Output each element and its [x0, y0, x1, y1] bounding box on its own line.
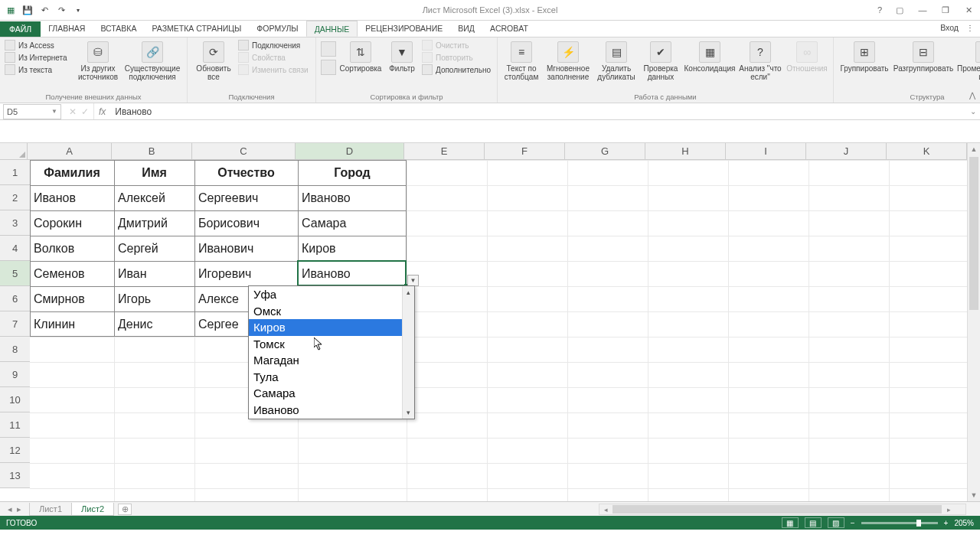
close-icon[interactable]: ✕ [957, 2, 980, 18]
vscroll-thumb[interactable] [969, 157, 978, 310]
cell-C4[interactable]: Иванович [194, 236, 298, 261]
row-header-2[interactable]: 2 [0, 185, 30, 210]
add-sheet-button[interactable]: ⊕ [118, 504, 132, 515]
help-icon[interactable]: ? [871, 2, 888, 18]
dropdown-item[interactable]: Омск [249, 303, 402, 320]
from-web-button[interactable]: Из Интернета [5, 52, 74, 63]
tab-вставка[interactable]: ВСТАВКА [93, 21, 144, 37]
flash-fill-button[interactable]: ⚡Мгновенное заполнение [544, 40, 593, 81]
connections-button[interactable]: Подключения [238, 40, 311, 51]
row-header-6[interactable]: 6 [0, 286, 30, 311]
ribbon-collapse-icon[interactable]: ⋀ [969, 91, 975, 99]
horizontal-scrollbar[interactable]: ◂ ▸ [599, 504, 966, 515]
cell-D5[interactable]: Иваново [298, 261, 407, 286]
data-validation-button[interactable]: ✔Проверка данных [640, 40, 681, 81]
sheet-tab-Лист1[interactable]: Лист1 [29, 503, 72, 516]
sheet-nav-next-icon[interactable]: ▸ [17, 504, 21, 514]
cells-area[interactable]: ФамилияИмяОтчествоГородИвановАлексейСерг… [30, 160, 967, 501]
dd-scroll-down-icon[interactable]: ▾ [403, 406, 414, 419]
cell-D3[interactable]: Самара [298, 210, 407, 236]
sort-button[interactable]: ⇅Сортировка [339, 40, 382, 73]
scroll-down-icon[interactable]: ▼ [968, 489, 980, 501]
cell-C2[interactable]: Сергеевич [194, 185, 298, 210]
ribbon-options-icon[interactable]: ▢ [888, 2, 911, 18]
tab-данные[interactable]: ДАННЫЕ [306, 21, 358, 37]
cell-D2[interactable]: Иваново [298, 185, 407, 210]
row-header-10[interactable]: 10 [0, 387, 30, 412]
row-header-13[interactable]: 13 [0, 463, 30, 488]
tab-file[interactable]: ФАЙЛ [0, 21, 41, 37]
hscroll-left-icon[interactable]: ◂ [599, 504, 612, 514]
tab-разметка страницы[interactable]: РАЗМЕТКА СТРАНИЦЫ [144, 21, 249, 37]
remove-duplicates-button[interactable]: ▤Удалить дубликаты [596, 40, 637, 81]
col-header-H[interactable]: H [645, 143, 726, 159]
row-header-9[interactable]: 9 [0, 362, 30, 387]
sheet-tab-Лист2[interactable]: Лист2 [71, 503, 114, 516]
zoom-in-icon[interactable]: + [944, 519, 949, 527]
cell-A1[interactable]: Фамилия [30, 160, 114, 185]
subtotal-button[interactable]: ΣПромежуточный итог [956, 40, 980, 81]
cell-B7[interactable]: Денис [114, 311, 194, 337]
undo-icon[interactable]: ↶ [38, 4, 51, 16]
name-box[interactable]: D5▼ [3, 104, 61, 119]
row-header-7[interactable]: 7 [0, 311, 30, 337]
cell-C5[interactable]: Игоревич [194, 261, 298, 286]
hscroll-thumb[interactable] [612, 505, 942, 514]
row-header-8[interactable]: 8 [0, 337, 30, 362]
cell-B1[interactable]: Имя [114, 160, 194, 185]
cell-A7[interactable]: Клинин [30, 311, 114, 337]
dropdown-item[interactable]: Самара [249, 385, 402, 402]
signin-link[interactable]: Вход [940, 23, 959, 32]
advanced-filter-button[interactable]: Дополнительно [422, 64, 492, 75]
col-header-J[interactable]: J [806, 143, 887, 159]
dd-scroll-up-icon[interactable]: ▴ [403, 286, 414, 298]
row-header-3[interactable]: 3 [0, 210, 30, 236]
row-header-1[interactable]: 1 [0, 160, 30, 185]
filter-button[interactable]: ▼Фильтр [385, 40, 419, 73]
hscroll-right-icon[interactable]: ▸ [942, 504, 955, 514]
view-layout-icon[interactable]: ▤ [805, 517, 822, 528]
dropdown-scrollbar[interactable]: ▴▾ [402, 286, 414, 419]
existing-connections-button[interactable]: 🔗Существующие подключения [122, 40, 182, 81]
ribbon-menu-icon[interactable]: ⋮ [966, 24, 974, 32]
zoom-slider[interactable] [861, 522, 938, 524]
cell-D4[interactable]: Киров [298, 236, 407, 261]
minimize-icon[interactable]: — [911, 2, 934, 18]
cell-B2[interactable]: Алексей [114, 185, 194, 210]
cell-A5[interactable]: Семенов [30, 261, 114, 286]
cell-B4[interactable]: Сергей [114, 236, 194, 261]
validation-dropdown-list[interactable]: УфаОмскКировТомскМагаданТулаСамараИванов… [248, 285, 415, 419]
col-header-A[interactable]: A [28, 143, 112, 159]
cell-C1[interactable]: Отчество [194, 160, 298, 185]
col-header-I[interactable]: I [726, 143, 806, 159]
tab-формулы[interactable]: ФОРМУЛЫ [249, 21, 305, 37]
from-text-button[interactable]: Из текста [5, 64, 74, 75]
row-header-5[interactable]: 5 [0, 261, 30, 286]
cell-A6[interactable]: Смирнов [30, 286, 114, 311]
cell-B3[interactable]: Дмитрий [114, 210, 194, 236]
dropdown-item[interactable]: Киров [249, 319, 402, 336]
text-to-columns-button[interactable]: ≡Текст по столбцам [502, 40, 541, 81]
cell-B5[interactable]: Иван [114, 261, 194, 286]
redo-icon[interactable]: ↷ [55, 4, 67, 16]
dropdown-item[interactable]: Магадан [249, 352, 402, 369]
col-header-D[interactable]: D [296, 143, 404, 159]
tab-acrobat[interactable]: ACROBAT [482, 21, 536, 37]
col-header-C[interactable]: C [192, 143, 296, 159]
row-header-4[interactable]: 4 [0, 236, 30, 261]
consolidate-button[interactable]: ▦Консолидация [684, 40, 735, 73]
sort-asc-button[interactable] [321, 41, 336, 57]
cell-A4[interactable]: Волков [30, 236, 114, 261]
cell-A3[interactable]: Сорокин [30, 210, 114, 236]
formula-input[interactable]: Иваново [110, 106, 966, 117]
col-header-G[interactable]: G [565, 143, 645, 159]
from-access-button[interactable]: Из Access [5, 40, 74, 51]
from-other-button[interactable]: ⛁Из других источников [77, 40, 119, 81]
fx-icon[interactable]: fx [94, 106, 110, 117]
view-pagebreak-icon[interactable]: ▧ [828, 517, 844, 528]
cell-D1[interactable]: Город [298, 160, 407, 185]
col-header-F[interactable]: F [485, 143, 565, 159]
sheet-nav-prev-icon[interactable]: ◂ [8, 504, 12, 514]
cell-C3[interactable]: Борисович [194, 210, 298, 236]
sort-desc-button[interactable] [321, 60, 336, 75]
